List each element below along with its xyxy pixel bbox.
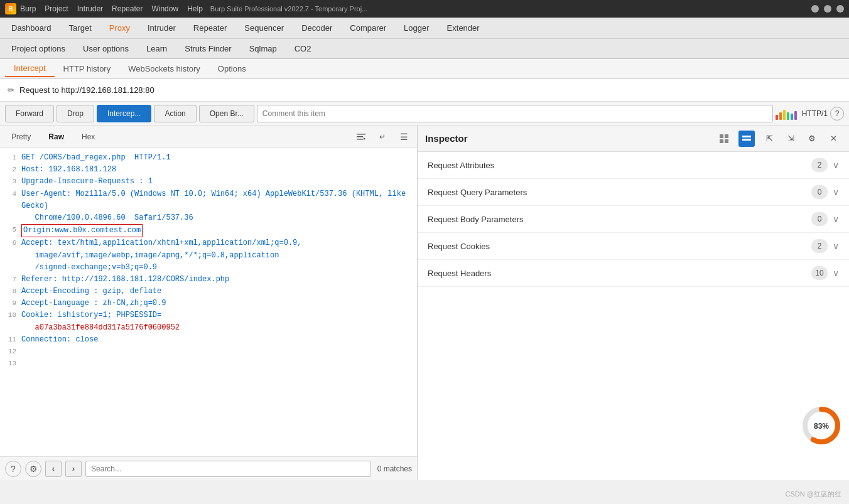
intercept-toolbar: Forward Drop Intercep... Action Open Br.… (0, 102, 849, 126)
chevron-down-icon: ∨ (833, 214, 839, 224)
inspector-request-attributes[interactable]: Request Attributes 2 ∨ (418, 152, 849, 179)
code-line-12: 12 (0, 346, 417, 358)
inspector-body-params[interactable]: Request Body Parameters 0 ∨ (418, 206, 849, 233)
app-title: Burp Suite Professional v2022.7 - Tempor… (210, 5, 811, 13)
tab-options[interactable]: Options (209, 61, 255, 77)
inspector-header: Inspector ⇱ ⇲ ⚙ ✕ (418, 126, 849, 152)
tab-websockets-history[interactable]: WebSockets history (119, 61, 209, 77)
svg-rect-0 (720, 134, 723, 138)
code-line-2: 2 Host: 192.168.181.128 (0, 164, 417, 176)
chevron-down-icon: ∨ (833, 268, 839, 278)
tab-pretty[interactable]: Pretty (5, 130, 37, 144)
request-url: Request to http://192.168.181.128:80 (19, 85, 154, 95)
newline-icon[interactable]: ↵ (374, 129, 391, 145)
inspector-cookies[interactable]: Request Cookies 2 ∨ (418, 233, 849, 260)
intercept-button[interactable]: Intercep... (97, 105, 151, 122)
code-line-1: 1 GET /CORS/bad_regex.php HTTP/1.1 (0, 152, 417, 164)
titlebar-menu[interactable]: Burp Project Intruder Repeater Window He… (20, 4, 203, 13)
chevron-down-icon: ∨ (833, 241, 839, 251)
nav-sqlmap[interactable]: Sqlmap (241, 41, 286, 56)
drop-button[interactable]: Drop (57, 105, 94, 122)
request-bar: ✏ Request to http://192.168.181.128:80 (0, 79, 849, 102)
nav-co2[interactable]: CO2 (286, 41, 320, 56)
code-line-10: 10 Cookie: ishistory=1; PHPSESSID= a07a3… (0, 309, 417, 333)
minimize-button[interactable] (811, 5, 819, 13)
word-wrap-icon[interactable] (353, 129, 369, 145)
tab-raw[interactable]: Raw (42, 130, 70, 144)
search-input[interactable] (85, 461, 371, 477)
svg-rect-5 (742, 139, 751, 141)
forward-arrow[interactable]: › (65, 461, 82, 477)
menu-project[interactable]: Project (45, 4, 68, 13)
nav-learn[interactable]: Learn (138, 41, 176, 56)
chevron-down-icon: ∨ (833, 160, 839, 170)
svg-rect-2 (720, 139, 723, 143)
nav-extender[interactable]: Extender (438, 19, 489, 36)
menu-burp[interactable]: Burp (20, 4, 36, 13)
open-browser-button[interactable]: Open Br... (199, 105, 254, 122)
nav-comparer[interactable]: Comparer (341, 19, 395, 36)
tab-intercept[interactable]: Intercept (5, 60, 55, 77)
collapse-icon[interactable]: ⇲ (782, 131, 799, 147)
cookie-value: a07a3ba31fe884dd317a5176f0600952 (35, 323, 180, 332)
main-area: Pretty Raw Hex ↵ ☰ 1 GET /CORS/bad_regex… (0, 126, 849, 480)
help-circle-icon[interactable]: ? (5, 461, 21, 477)
chevron-down-icon: ∨ (833, 187, 839, 197)
titlebar: B Burp Project Intruder Repeater Window … (0, 0, 849, 18)
svg-rect-4 (742, 136, 751, 137)
code-panel: Pretty Raw Hex ↵ ☰ 1 GET /CORS/bad_regex… (0, 126, 418, 480)
nav-intruder[interactable]: Intruder (139, 19, 185, 36)
bottom-bar: ? ⚙ ‹ › 0 matches (0, 456, 417, 480)
expand-icon[interactable]: ⇱ (761, 131, 777, 147)
code-content[interactable]: 1 GET /CORS/bad_regex.php HTTP/1.1 2 Hos… (0, 148, 417, 456)
forward-button[interactable]: Forward (5, 105, 54, 122)
nav-project-options[interactable]: Project options (3, 41, 74, 56)
nav-sequencer[interactable]: Sequencer (235, 19, 293, 36)
maximize-button[interactable] (824, 5, 831, 13)
highlighted-origin: Origin:www.b0x.comtest.com (21, 224, 143, 237)
rainbow-icon (776, 107, 797, 120)
inspector-panel: Inspector ⇱ ⇲ ⚙ ✕ Request Attributes 2 (418, 126, 849, 480)
code-line-11: 11 Connection: close (0, 334, 417, 346)
tab-hex[interactable]: Hex (75, 130, 101, 144)
action-button[interactable]: Action (154, 105, 196, 122)
nav-struts-finder[interactable]: Struts Finder (176, 41, 240, 56)
back-arrow[interactable]: ‹ (45, 461, 62, 477)
svg-rect-1 (725, 134, 728, 138)
burp-logo: B (5, 3, 16, 14)
nav-repeater[interactable]: Repeater (185, 19, 235, 36)
nav-proxy[interactable]: Proxy (100, 19, 139, 36)
inspector-close-icon[interactable]: ✕ (825, 131, 841, 147)
menu-window[interactable]: Window (151, 4, 178, 13)
code-line-4: 4 User-Agent: Mozilla/5.0 (Windows NT 10… (0, 188, 417, 225)
code-line-7: 7 Referer: http://192.168.181.128/CORS/i… (0, 274, 417, 286)
list-view-icon[interactable] (738, 131, 755, 147)
nav-user-options[interactable]: User options (74, 41, 138, 56)
comment-input[interactable] (257, 105, 773, 122)
inspector-headers[interactable]: Request Headers 10 ∨ (418, 260, 849, 287)
nav-logger[interactable]: Logger (395, 19, 438, 36)
menu-help[interactable]: Help (187, 4, 203, 13)
watermark: CSDN @红蓝的红 (786, 490, 841, 499)
inspector-query-params[interactable]: Request Query Parameters 0 ∨ (418, 179, 849, 206)
code-line-3: 3 Upgrade-Insecure-Requests : 1 (0, 176, 417, 188)
code-line-13: 13 (0, 358, 417, 370)
donut-chart: 83% (801, 405, 841, 446)
menu-intruder[interactable]: Intruder (77, 4, 103, 13)
settings-icon[interactable]: ⚙ (25, 461, 41, 477)
window-controls[interactable] (811, 5, 844, 13)
help-icon[interactable]: ? (830, 107, 844, 121)
search-matches: 0 matches (377, 464, 412, 473)
nav-target[interactable]: Target (60, 19, 100, 36)
tab-http-history[interactable]: HTTP history (55, 61, 120, 77)
close-button[interactable] (836, 5, 844, 13)
main-navbar: Dashboard Target Proxy Intruder Repeater… (0, 18, 849, 39)
nav-dashboard[interactable]: Dashboard (3, 19, 60, 36)
menu-icon[interactable]: ☰ (396, 129, 412, 145)
nav-decoder[interactable]: Decoder (293, 19, 341, 36)
code-line-8: 8 Accept-Encoding : gzip, deflate (0, 286, 417, 298)
menu-repeater[interactable]: Repeater (112, 4, 143, 13)
inspector-settings-icon[interactable]: ⚙ (804, 131, 820, 147)
grid-view-icon[interactable] (716, 131, 732, 147)
pencil-icon: ✏ (8, 85, 14, 95)
